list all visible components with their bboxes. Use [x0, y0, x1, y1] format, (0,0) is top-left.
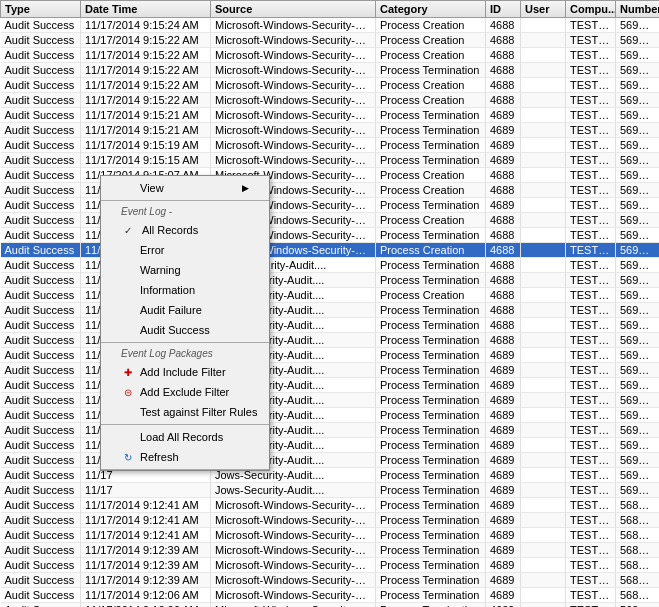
table-cell: Process Creation	[376, 78, 486, 93]
table-row[interactable]: Audit Success11/17/2014 9:12:41 AMMicros…	[1, 513, 660, 528]
menu-item-information[interactable]: Information	[101, 280, 269, 300]
table-cell	[521, 303, 566, 318]
table-row[interactable]: Audit Success11/17/2014 9:15:22 AMMicros…	[1, 93, 660, 108]
menu-label-warning: Warning	[140, 264, 181, 276]
table-row[interactable]: Audit Success11/17/2014 9:15:21 AMMicros…	[1, 123, 660, 138]
col-header-number[interactable]: Number	[616, 1, 660, 18]
table-row[interactable]: Audit Success11/17/2014 9:15:22 AMMicros…	[1, 63, 660, 78]
table-cell: Microsoft-Windows-Security-Audit....	[211, 48, 376, 63]
table-cell: 569025	[616, 108, 660, 123]
table-cell: Process Termination	[376, 528, 486, 543]
menu-item-add-exclude-filter[interactable]: ⊝ Add Exclude Filter	[101, 382, 269, 402]
table-cell: 4689	[486, 483, 521, 498]
information-icon	[121, 283, 135, 297]
table-cell: 4689	[486, 438, 521, 453]
table-cell: 4688	[486, 228, 521, 243]
menu-item-add-include-filter[interactable]: ✚ Add Include Filter	[101, 362, 269, 382]
table-cell: 11/17/2014 9:12:41 AM	[81, 498, 211, 513]
table-cell: Process Termination	[376, 318, 486, 333]
table-cell	[521, 468, 566, 483]
table-cell: Audit Success	[1, 48, 81, 63]
col-header-category[interactable]: Category	[376, 1, 486, 18]
menu-item-load-all-records[interactable]: Load All Records	[101, 427, 269, 447]
table-cell: TESTS-...	[566, 453, 616, 468]
context-menu: View ▶ Event Log - ✓ All Records Error W…	[100, 175, 270, 471]
table-row[interactable]: Audit Success11/17/2014 9:12:39 AMMicros…	[1, 558, 660, 573]
table-cell	[521, 543, 566, 558]
menu-label-audit-success: Audit Success	[140, 324, 210, 336]
table-cell: 11/17/2014 9:12:06 AM	[81, 588, 211, 603]
table-cell: 4689	[486, 513, 521, 528]
table-cell: Process Termination	[376, 573, 486, 588]
table-cell: 569009	[616, 348, 660, 363]
menu-item-warning[interactable]: Warning	[101, 260, 269, 280]
table-cell	[521, 63, 566, 78]
table-row[interactable]: Audit Success11/17/2014 9:12:39 AMMicros…	[1, 573, 660, 588]
table-row[interactable]: Audit Success11/17/2014 9:12:39 AMMicros…	[1, 543, 660, 558]
table-cell	[521, 183, 566, 198]
table-row[interactable]: Audit Success11/17/2014 9:15:19 AMMicros…	[1, 138, 660, 153]
table-cell	[521, 258, 566, 273]
menu-item-audit-success[interactable]: Audit Success	[101, 320, 269, 340]
table-row[interactable]: Audit Success11/17Jows-Security-Audit...…	[1, 483, 660, 498]
table-cell: 4688	[486, 78, 521, 93]
table-cell: 4689	[486, 528, 521, 543]
table-cell	[521, 498, 566, 513]
table-cell: 4688	[486, 333, 521, 348]
menu-item-view[interactable]: View ▶	[101, 178, 269, 198]
table-cell	[521, 558, 566, 573]
table-cell: Process Termination	[376, 378, 486, 393]
menu-item-refresh[interactable]: ↻ Refresh	[101, 447, 269, 467]
table-cell	[521, 213, 566, 228]
table-row[interactable]: Audit Success11/17/2014 9:15:21 AMMicros…	[1, 108, 660, 123]
table-cell: 569011	[616, 318, 660, 333]
table-cell: TESTS-...	[566, 243, 616, 258]
table-cell: 569021	[616, 168, 660, 183]
table-cell	[521, 153, 566, 168]
table-cell: 569010	[616, 333, 660, 348]
table-cell: Audit Success	[1, 228, 81, 243]
table-cell: Microsoft-Windows-Security-Audit....	[211, 63, 376, 78]
table-row[interactable]: Audit Success11/17/2014 9:15:24 AMMicros…	[1, 18, 660, 33]
menu-item-all-records[interactable]: ✓ All Records	[101, 220, 269, 240]
col-header-user[interactable]: User	[521, 1, 566, 18]
table-cell: Process Termination	[376, 558, 486, 573]
table-cell: Microsoft-Windows-Security-Audit....	[211, 123, 376, 138]
table-row[interactable]: Audit Success11/17/2014 9:15:22 AMMicros…	[1, 48, 660, 63]
col-header-computer[interactable]: Compu...	[566, 1, 616, 18]
table-cell: Audit Success	[1, 123, 81, 138]
table-cell	[521, 123, 566, 138]
table-row[interactable]: Audit Success11/17/2014 9:15:22 AMMicros…	[1, 33, 660, 48]
refresh-icon: ↻	[121, 450, 135, 464]
col-header-id[interactable]: ID	[486, 1, 521, 18]
col-header-type[interactable]: Type	[1, 1, 81, 18]
table-cell: TESTS-...	[566, 348, 616, 363]
menu-item-error[interactable]: Error	[101, 240, 269, 260]
table-row[interactable]: Audit Success11/17/2014 9:12:41 AMMicros…	[1, 528, 660, 543]
table-cell: 4688	[486, 213, 521, 228]
menu-item-test-filter-rules[interactable]: Test against Filter Rules	[101, 402, 269, 422]
table-cell: Process Termination	[376, 423, 486, 438]
table-cell: TESTS-...	[566, 168, 616, 183]
table-cell: Process Termination	[376, 138, 486, 153]
table-row[interactable]: Audit Success11/17/2014 9:12:06 AMMicros…	[1, 588, 660, 603]
table-cell: TESTS-...	[566, 513, 616, 528]
table-row[interactable]: Audit Success11/17/2014 9:15:15 AMMicros…	[1, 153, 660, 168]
table-cell: Microsoft-Windows-Security-Audit....	[211, 93, 376, 108]
menu-item-audit-failure[interactable]: Audit Failure	[101, 300, 269, 320]
table-row[interactable]: Audit Success11/17/2014 9:12:06 AMMicros…	[1, 603, 660, 608]
table-cell: Process Termination	[376, 483, 486, 498]
table-cell: 569028	[616, 63, 660, 78]
table-cell: 11/17/2014 9:15:21 AM	[81, 108, 211, 123]
table-cell: 4688	[486, 288, 521, 303]
table-row[interactable]: Audit Success11/17/2014 9:15:22 AMMicros…	[1, 78, 660, 93]
menu-section-label-packages: Event Log Packages	[101, 345, 269, 362]
table-cell: Process Creation	[376, 48, 486, 63]
col-header-datetime[interactable]: Date Time	[81, 1, 211, 18]
table-row[interactable]: Audit Success11/17/2014 9:12:41 AMMicros…	[1, 498, 660, 513]
event-log-table-container: Type Date Time Source Category ID User C…	[0, 0, 659, 607]
table-cell: TESTS-...	[566, 78, 616, 93]
table-cell: TESTS-...	[566, 498, 616, 513]
table-cell: Audit Success	[1, 603, 81, 608]
col-header-source[interactable]: Source	[211, 1, 376, 18]
